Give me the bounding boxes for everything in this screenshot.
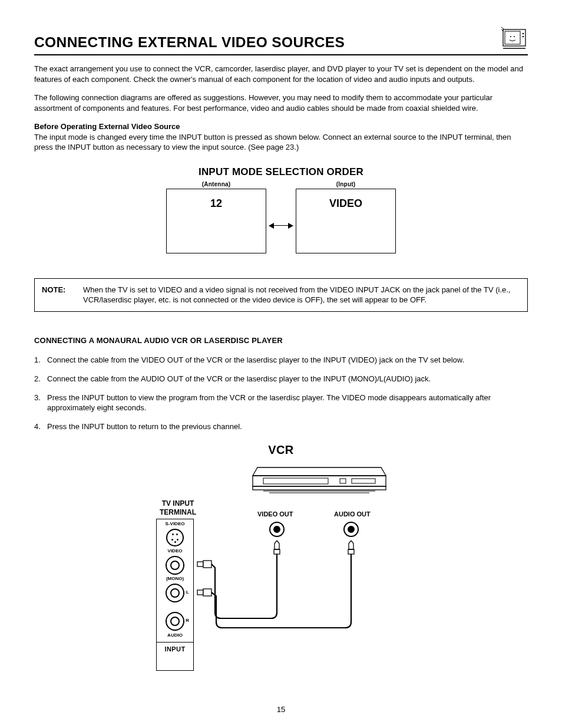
intro-paragraph-1: The exact arrangement you use to connect… bbox=[34, 64, 528, 84]
svg-rect-1 bbox=[505, 31, 520, 44]
double-arrow-icon bbox=[270, 225, 292, 226]
svg-rect-19 bbox=[203, 589, 211, 596]
connecting-monaural-heading: CONNECTING A MONAURAL AUDIO VCR OR LASER… bbox=[34, 335, 528, 346]
step-text: Press the INPUT button to view the progr… bbox=[47, 393, 528, 413]
before-operating-heading: Before Operating External Video Source bbox=[34, 122, 180, 131]
divider bbox=[34, 54, 528, 55]
input-value: VIDEO bbox=[296, 189, 395, 210]
svg-point-3 bbox=[523, 36, 524, 38]
svg-rect-16 bbox=[197, 562, 203, 566]
input-mode-diagram: (Antenna) (Input) 12 VIDEO bbox=[166, 180, 396, 263]
intro-paragraph-2: The following connection diagrams are of… bbox=[34, 93, 528, 113]
note-label: NOTE: bbox=[42, 285, 83, 305]
step-num: 3. bbox=[34, 393, 47, 413]
antenna-caption: (Antenna) bbox=[166, 180, 266, 189]
step-num: 4. bbox=[34, 421, 47, 432]
note-body: When the TV is set to VIDEO and a video … bbox=[83, 285, 520, 305]
step-num: 1. bbox=[34, 355, 47, 365]
svg-point-2 bbox=[523, 33, 524, 35]
step-num: 2. bbox=[34, 374, 47, 384]
svg-point-5 bbox=[510, 36, 511, 37]
tv-cartoon-icon bbox=[500, 24, 528, 52]
note-box: NOTE: When the TV is set to VIDEO and a … bbox=[34, 278, 528, 312]
svg-rect-14 bbox=[274, 549, 280, 554]
step-text: Press the INPUT button to return to the … bbox=[47, 421, 528, 432]
antenna-value: 12 bbox=[167, 189, 266, 210]
svg-rect-18 bbox=[197, 590, 203, 595]
before-operating-body: The input mode is changed every time the… bbox=[34, 133, 511, 152]
step-text: Connect the cable from the VIDEO OUT of … bbox=[47, 355, 528, 365]
svg-rect-15 bbox=[348, 549, 354, 554]
input-caption: (Input) bbox=[296, 180, 396, 189]
step-text: Connect the cable from the AUDIO OUT of … bbox=[47, 374, 528, 384]
vcr-connection-diagram: TV INPUT TERMINAL S-VIDEO VIDEO (MONO) L… bbox=[151, 463, 411, 681]
page-title: CONNECTING EXTERNAL VIDEO SOURCES bbox=[34, 32, 345, 52]
cable-lines bbox=[151, 463, 411, 681]
svg-rect-0 bbox=[503, 29, 525, 46]
svg-point-6 bbox=[514, 36, 515, 37]
input-mode-title: INPUT MODE SELECTION ORDER bbox=[34, 166, 528, 179]
steps-list: 1.Connect the cable from the VIDEO OUT o… bbox=[34, 355, 528, 431]
vcr-title: VCR bbox=[34, 442, 528, 458]
svg-rect-17 bbox=[203, 561, 211, 568]
page-number: 15 bbox=[34, 704, 528, 715]
